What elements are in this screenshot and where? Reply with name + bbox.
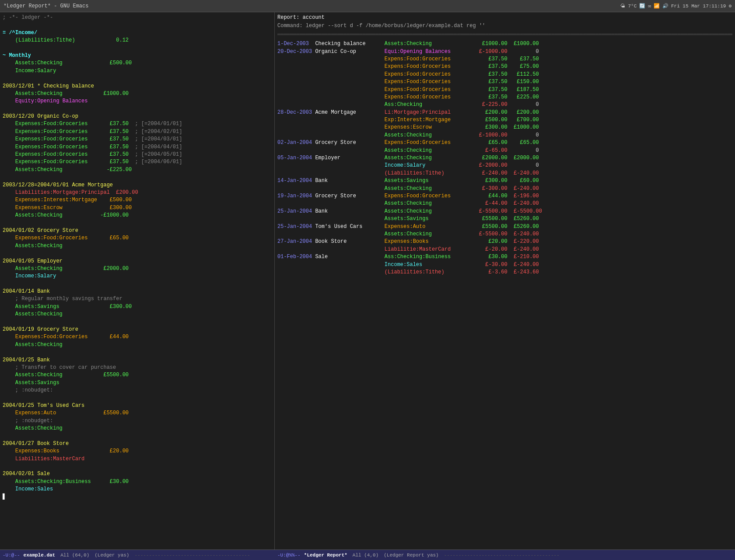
txn-20040125a-header: 2004/01/25 Bank: [3, 357, 50, 363]
txn-20031220-groceries-3: Expenses:Food:Groceries £37.50: [3, 136, 135, 142]
txn-20031201-header: 2003/12/01 * Checking balance: [3, 83, 94, 89]
txn-20040105-header: 2004/01/05 Employer: [3, 258, 63, 264]
txn-20031220-comment-6: ; [=2004/06/01]: [135, 159, 182, 165]
automated-txn-heading: = /^Income/: [3, 30, 37, 36]
refresh-icon[interactable]: 🔄: [639, 3, 645, 9]
audio-icon[interactable]: 🔊: [662, 3, 668, 9]
txn-20040125a-comment: ; Transfer to cover car purchase: [3, 364, 116, 371]
txn-20031220-comment-5: ; [=2004/05/01]: [135, 151, 182, 158]
main-area: ; -*- ledger -*- = /^Income/ (Liabilitie…: [0, 12, 735, 550]
txn-20031220-groceries-1: Expenses:Food:Groceries £37.50: [3, 121, 135, 127]
right-separator-fill: ----------------------------------------: [444, 553, 560, 558]
titlebar: *Ledger Report* - GNU Emacs 🌤 7°C 🔄 ✉ 📶 …: [0, 0, 735, 12]
right-filename: *Ledger Report*: [304, 553, 347, 558]
txn-20040201-header: 2004/02/01 Sale: [3, 471, 50, 477]
report-command: Command: ledger --sort d -f /home/borbus…: [277, 22, 732, 30]
txn-20031220-comment-3: ; [=2004/03/01]: [135, 136, 182, 142]
mail-icon[interactable]: ✉: [648, 3, 651, 9]
txn-20040127-mastercard: Liabilities:MasterCard: [3, 456, 84, 462]
titlebar-title: *Ledger Report* - GNU Emacs: [4, 3, 88, 9]
txn-20031220-checking: Assets:Checking -£225.00: [3, 167, 132, 173]
txn-20031220-comment-1: ; [=2004/01/01]: [135, 121, 182, 127]
liabilities-tithe-entry: (Liabilities:Tithe) 0.12: [3, 37, 129, 43]
statusbar-left: -U:@-- example.dat All (64,0) (Ledger ya…: [3, 553, 277, 558]
report-separator: ════════════════════════════════════════…: [277, 31, 732, 38]
left-separator-fill: ----------------------------------------: [134, 553, 250, 558]
txn-20040114-savings: Assets:Savings £300.00: [3, 304, 132, 310]
income-salary-periodic: Income:Salary: [3, 68, 56, 74]
txn-20040105-checking: Assets:Checking £2000.00: [3, 266, 129, 272]
txn-20040102-header: 2004/01/02 Grocery Store: [3, 228, 78, 234]
right-position: All (4,0): [353, 553, 378, 558]
txn-20040127-books: Expenses:Books £20.00: [3, 448, 129, 454]
right-mode2: (Ledger Report yas): [384, 553, 438, 558]
txn-20040114-comment: ; Regular monthly savings transfer: [3, 296, 122, 302]
left-mode: -U:@--: [3, 553, 20, 558]
txn-20040125a-savings: Assets:Savings: [3, 380, 60, 386]
txn-20040114-checking: Assets:Checking: [3, 311, 63, 317]
file-header-comment: ; -*- ledger -*-: [3, 14, 53, 21]
txn-20031220-comment-2: ; [=2004/02/01]: [135, 129, 182, 135]
txn-20040105-salary: Income:Salary: [3, 273, 56, 279]
txn-20031201-equity: Equity:Opening Balances: [3, 98, 88, 104]
txn-20040125b-header: 2004/01/25 Tom's Used Cars: [3, 402, 84, 409]
txn-20040125b-nobudget: ; :nobudget:: [3, 418, 53, 424]
left-position: All (64,0): [60, 553, 89, 558]
txn-20040125a-nobudget: ; :nobudget:: [3, 387, 53, 393]
settings-icon[interactable]: ⚙: [728, 3, 732, 9]
network-icon: 📶: [654, 3, 660, 9]
txn-20040102-groceries: Expenses:Food:Groceries £65.00: [3, 235, 129, 241]
txn-20031228-interest: Expenses:Interest:Mortgage £500.00: [3, 197, 132, 203]
right-mode: -U:@%%--: [277, 553, 301, 558]
left-mode2: (Ledger yas): [94, 553, 129, 558]
datetime-display: Fri 15 Mar 17:11:19: [671, 4, 726, 9]
txn-20031220-groceries-4: Expenses:Food:Groceries £37.50: [3, 144, 135, 150]
report-header: Report: account Command: ledger --sort d…: [277, 14, 732, 38]
txn-20031220-header: 2003/12/20 Organic Co-op: [3, 113, 78, 119]
txn-20040125a-checking: Assets:Checking £5500.00: [3, 372, 129, 378]
txn-20040201-checking-biz: Assets:Checking:Business £30.00: [3, 479, 129, 485]
editor-content: ; -*- ledger -*- = /^Income/ (Liabilitie…: [3, 14, 272, 501]
txn-20031220-groceries-2: Expenses:Food:Groceries £37.50: [3, 129, 135, 135]
txn-20040114-header: 2004/01/14 Bank: [3, 288, 50, 294]
txn-20040127-header: 2004/01/27 Book Store: [3, 441, 69, 447]
txn-20031201-checking: Assets:Checking £1000.00: [3, 91, 129, 97]
weather-display: 🌤 7°C: [620, 3, 637, 9]
txn-20031228-header: 2003/12/28=2004/01/01 Acme Mortgage: [3, 182, 113, 188]
right-report-pane[interactable]: Report: account Command: ledger --sort d…: [275, 12, 735, 550]
txn-20040119-header: 2004/01/19 Grocery Store: [3, 326, 78, 332]
txn-20031228-escrow: Expenses:Escrow £300.00: [3, 205, 132, 211]
txn-20031220-groceries-5: Expenses:Food:Groceries £37.50: [3, 151, 135, 158]
txn-20040102-checking: Assets:Checking: [3, 243, 63, 249]
report-content: 1-Dec-2003 Checking balance Assets:Check…: [277, 40, 732, 276]
report-title: Report: account: [277, 14, 732, 21]
assets-checking-periodic: Assets:Checking £500.00: [3, 60, 132, 66]
txn-20040125b-auto: Expenses:Auto £5500.00: [3, 410, 129, 416]
left-editor-pane[interactable]: ; -*- ledger -*- = /^Income/ (Liabilitie…: [0, 12, 275, 550]
periodic-monthly: ~ Monthly: [3, 52, 31, 59]
left-filename: example.dat: [24, 553, 56, 558]
txn-20031228-checking: Assets:Checking -£1000.00: [3, 212, 129, 218]
txn-20031220-comment-4: ; [=2004/04/01]: [135, 144, 182, 150]
txn-20040201-sales: Income:Sales: [3, 486, 53, 492]
txn-20031220-groceries-6: Expenses:Food:Groceries £37.50: [3, 159, 135, 165]
txn-20040119-groceries: Expenses:Food:Groceries £44.00: [3, 334, 129, 340]
statusbar: -U:@-- example.dat All (64,0) (Ledger ya…: [0, 550, 735, 560]
txn-20040119-checking: Assets:Checking: [3, 342, 63, 348]
titlebar-right: 🌤 7°C 🔄 ✉ 📶 🔊 Fri 15 Mar 17:11:19 ⚙: [620, 3, 732, 9]
cursor-block: ▋: [3, 494, 6, 500]
txn-20031228-principal: Liabilities:Mortgage:Principal £200.00: [3, 189, 138, 196]
statusbar-right: -U:@%%-- *Ledger Report* All (4,0) (Ledg…: [277, 553, 732, 558]
txn-20040125b-checking: Assets:Checking: [3, 425, 63, 431]
